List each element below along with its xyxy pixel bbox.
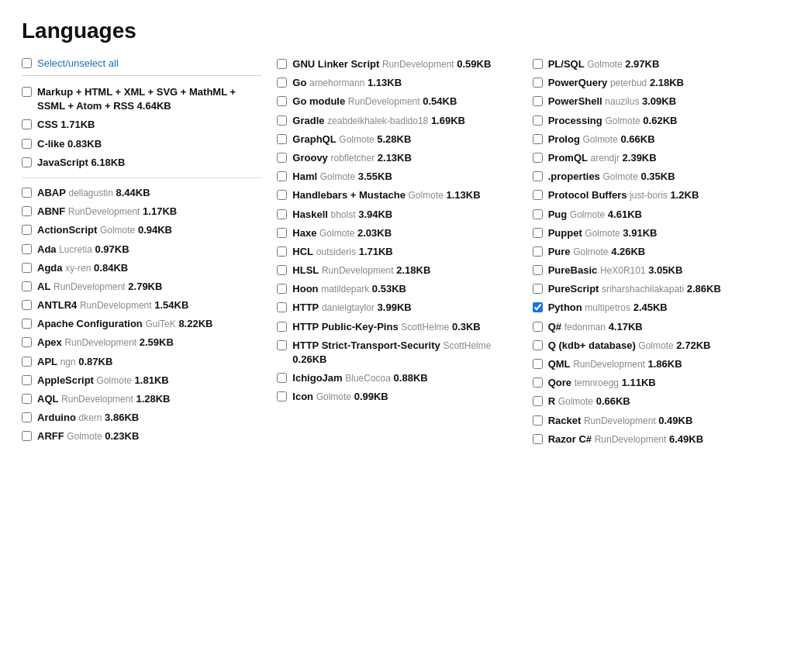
lang-text: QML RunDevelopment 1.86KB [548, 357, 682, 371]
lang-checkbox[interactable] [533, 340, 543, 350]
lang-checkbox[interactable] [533, 246, 543, 257]
lang-name: Go [292, 77, 306, 88]
lang-checkbox[interactable] [533, 96, 543, 106]
lang-checkbox[interactable] [22, 394, 32, 404]
lang-checkbox[interactable] [277, 228, 287, 238]
lang-size: 1.11KB [622, 377, 656, 388]
lang-author: GuiTeK [145, 319, 175, 329]
lang-checkbox[interactable] [22, 281, 32, 291]
lang-checkbox[interactable] [22, 225, 32, 235]
lang-size: 1.71KB [359, 246, 393, 257]
lang-size: 0.84KB [94, 262, 128, 274]
lang-name: HTTP [292, 302, 319, 313]
lang-checkbox[interactable] [533, 396, 543, 406]
lang-checkbox[interactable] [22, 244, 32, 254]
col-2: GNU Linker Script RunDevelopment 0.59KBG… [277, 57, 516, 451]
lang-size: 0.35KB [640, 171, 675, 182]
lang-checkbox[interactable] [22, 319, 32, 329]
lang-checkbox[interactable] [22, 300, 32, 310]
lang-checkbox[interactable] [533, 59, 543, 69]
lang-checkbox[interactable] [277, 246, 287, 257]
lang-text: PureBasic HeX0R101 3.05KB [548, 264, 683, 277]
lang-author: RunDevelopment [595, 434, 667, 445]
lang-author: just-boris [630, 190, 668, 201]
lang-checkbox[interactable] [277, 171, 287, 181]
lang-checkbox[interactable] [533, 359, 543, 369]
lang-checkbox[interactable] [533, 302, 543, 312]
lang-checkbox[interactable] [533, 171, 543, 181]
lang-size: 3.05KB [648, 264, 682, 276]
lang-checkbox[interactable] [533, 284, 543, 294]
lang-checkbox[interactable] [533, 228, 543, 238]
lang-checkbox[interactable] [533, 115, 543, 126]
lang-checkbox[interactable] [533, 265, 543, 275]
lang-checkbox[interactable] [277, 78, 287, 88]
lang-text: Pug Golmote 4.61KB [548, 208, 642, 222]
lang-checkbox[interactable] [22, 337, 32, 347]
lang-name: APL [37, 356, 57, 367]
lang-checkbox[interactable] [277, 59, 287, 69]
lang-checkbox[interactable] [533, 377, 543, 388]
lang-checkbox[interactable] [533, 190, 543, 200]
lang-checkbox[interactable] [533, 322, 543, 332]
lang-checkbox[interactable] [277, 302, 287, 312]
list-item: HTTP Strict-Transport-Security ScottHelm… [277, 339, 516, 367]
list-item: Haxe Golmote 2.03KB [277, 226, 516, 240]
lang-name: Apex [37, 336, 62, 348]
lang-checkbox[interactable] [277, 284, 287, 294]
language-columns: Select/unselect all Markup + HTML + XML … [22, 57, 772, 451]
lang-author: Golmote [316, 391, 351, 402]
lang-checkbox[interactable] [277, 322, 287, 332]
lang-author: ScottHelme [443, 340, 491, 351]
lang-checkbox[interactable] [22, 188, 32, 198]
lang-name: QML [548, 358, 571, 370]
lang-name: R [548, 395, 555, 407]
lang-checkbox[interactable] [277, 340, 287, 350]
lang-size: 1.54KB [154, 299, 188, 311]
lang-checkbox[interactable] [277, 391, 287, 401]
lang-checkbox[interactable] [277, 96, 287, 106]
lang-checkbox[interactable] [533, 134, 543, 144]
lang-checkbox[interactable] [533, 434, 543, 444]
select-all-label[interactable]: Select/unselect all [37, 57, 119, 69]
lang-checkbox[interactable] [22, 139, 32, 149]
lang-checkbox[interactable] [533, 153, 543, 163]
lang-checkbox[interactable] [533, 415, 543, 426]
lang-checkbox[interactable] [277, 265, 287, 275]
list-item: Haml Golmote 3.55KB [277, 170, 516, 184]
lang-checkbox[interactable] [277, 153, 287, 163]
lang-checkbox[interactable] [533, 209, 543, 219]
lang-checkbox[interactable] [277, 373, 287, 383]
lang-size: 4.64KB [137, 100, 171, 112]
list-item: Groovy robfletcher 2.13KB [277, 151, 516, 165]
lang-checkbox[interactable] [533, 78, 543, 88]
lang-size: 8.44KB [116, 187, 150, 198]
lang-checkbox[interactable] [22, 206, 32, 216]
lang-checkbox[interactable] [277, 115, 287, 126]
lang-checkbox[interactable] [22, 431, 32, 441]
lang-checkbox[interactable] [22, 157, 32, 167]
lang-checkbox[interactable] [22, 119, 32, 129]
lang-text: Apache Configuration GuiTeK 8.22KB [37, 317, 212, 331]
lang-text: Groovy robfletcher 2.13KB [292, 151, 412, 165]
lang-checkbox[interactable] [277, 134, 287, 144]
list-item: APL ngn 0.87KB [22, 355, 261, 369]
lang-size: 1.13KB [368, 77, 402, 88]
list-item: Handlebars + Mustache Golmote 1.13KB [277, 188, 516, 202]
col3-items: PL/SQL Golmote 2.97KBPowerQuery peterbud… [533, 57, 772, 446]
lang-checkbox[interactable] [22, 263, 32, 273]
lang-checkbox[interactable] [22, 357, 32, 367]
lang-checkbox[interactable] [22, 412, 32, 422]
lang-checkbox[interactable] [22, 375, 32, 385]
select-all-checkbox[interactable] [22, 58, 32, 68]
select-all-row[interactable]: Select/unselect all [22, 57, 261, 69]
lang-text: HTTP danielgtaylor 3.99KB [292, 301, 411, 315]
lang-author: sriharshachilakapati [602, 284, 684, 295]
lang-checkbox[interactable] [277, 190, 287, 200]
list-item: GNU Linker Script RunDevelopment 0.59KB [277, 57, 516, 71]
list-item: PureBasic HeX0R101 3.05KB [533, 264, 772, 277]
lang-checkbox[interactable] [22, 87, 32, 97]
lang-author: bholst [331, 209, 356, 220]
lang-checkbox[interactable] [277, 209, 287, 219]
lang-text: Racket RunDevelopment 0.49KB [548, 414, 693, 428]
